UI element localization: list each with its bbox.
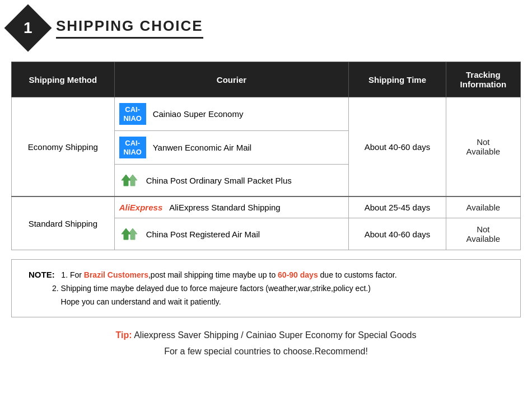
table-row: Economy Shipping CAI-NIAO Cainiao Super … bbox=[12, 97, 521, 131]
page-title: SHIPPING CHOICE bbox=[56, 17, 203, 39]
tip-text-1: Aliexpress Saver Shipping / Cainiao Supe… bbox=[134, 330, 416, 340]
courier-row-cainiao-super: CAI-NIAO Cainiao Super Economy bbox=[119, 103, 344, 125]
brazil-highlight: Brazil Customers bbox=[84, 270, 148, 279]
chinapost-icon-2 bbox=[119, 224, 139, 244]
yanwen-cell: CAI-NIAO Yanwen Economic Air Mail bbox=[114, 131, 349, 165]
courier-name-chinapost-air: China Post Registered Air Mail bbox=[146, 230, 260, 239]
cainiao-logo-2: CAI-NIAO bbox=[119, 137, 146, 158]
col-header-tracking: TrackingInformation bbox=[446, 62, 520, 97]
courier-name-aliexpress: AliExpress Standard Shipping bbox=[169, 203, 280, 212]
courier-name-cainiao-super: Cainiao Super Economy bbox=[153, 109, 244, 119]
standard-shipping-label: Standard Shipping bbox=[12, 196, 115, 250]
aliexpress-cell: AliExpress AliExpress Standard Shipping bbox=[114, 196, 349, 218]
economy-shipping-time: About 40-60 days bbox=[349, 97, 446, 197]
tip-section: Tip: Aliexpress Saver Shipping / Cainiao… bbox=[11, 327, 521, 360]
courier-row-chinapost-small: China Post Ordinary Small Packet Plus bbox=[119, 170, 344, 190]
chinapost-airmail-cell: China Post Registered Air Mail bbox=[114, 218, 349, 250]
aliexpress-tracking: Available bbox=[446, 196, 520, 218]
economy-tracking: NotAvailable bbox=[446, 97, 520, 197]
step-diamond: 1 bbox=[4, 4, 52, 52]
chinapost-air-tracking: NotAvailable bbox=[446, 218, 520, 250]
note-line-1: NOTE: 1. For Brazil Customers,post mail … bbox=[29, 268, 509, 282]
courier-name-chinapost-small: China Post Ordinary Small Packet Plus bbox=[146, 176, 292, 185]
chinapost-small-packet-cell: China Post Ordinary Small Packet Plus bbox=[114, 165, 349, 197]
col-header-time: Shipping Time bbox=[349, 62, 446, 97]
col-header-courier: Courier bbox=[114, 62, 349, 97]
tip-label: Tip: bbox=[116, 330, 132, 340]
step-number: 1 bbox=[24, 19, 32, 37]
courier-row-chinapost-air: China Post Registered Air Mail bbox=[119, 224, 344, 244]
note-box: NOTE: 1. For Brazil Customers,post mail … bbox=[11, 259, 521, 317]
courier-row-yanwen: CAI-NIAO Yanwen Economic Air Mail bbox=[119, 137, 344, 158]
courier-row-aliexpress: AliExpress AliExpress Standard Shipping bbox=[119, 203, 344, 212]
shipping-table: Shipping Method Courier Shipping Time Tr… bbox=[11, 62, 521, 250]
days-highlight: 60-90 days bbox=[278, 270, 318, 279]
table-row: Standard Shipping AliExpress AliExpress … bbox=[12, 196, 521, 218]
chinapost-air-shipping-time: About 40-60 days bbox=[349, 218, 446, 250]
note-label: NOTE: bbox=[29, 270, 55, 279]
aliexpress-shipping-time: About 25-45 days bbox=[349, 196, 446, 218]
col-header-method: Shipping Method bbox=[12, 62, 115, 97]
aliexpress-logo: AliExpress bbox=[119, 203, 163, 212]
economy-shipping-label: Economy Shipping bbox=[12, 97, 115, 197]
courier-name-yanwen: Yanwen Economic Air Mail bbox=[153, 143, 251, 152]
tip-line-1: Tip: Aliexpress Saver Shipping / Cainiao… bbox=[11, 327, 521, 344]
cainiao-super-economy-cell: CAI-NIAO Cainiao Super Economy bbox=[114, 97, 349, 131]
note-line-2: 2. Shipping time maybe delayed due to fo… bbox=[52, 282, 509, 309]
cainiao-logo: CAI-NIAO bbox=[119, 103, 146, 125]
tip-line-2: For a few special countries to choose.Re… bbox=[11, 344, 521, 360]
chinapost-icon bbox=[119, 170, 139, 190]
header: 1 SHIPPING CHOICE bbox=[11, 11, 521, 45]
